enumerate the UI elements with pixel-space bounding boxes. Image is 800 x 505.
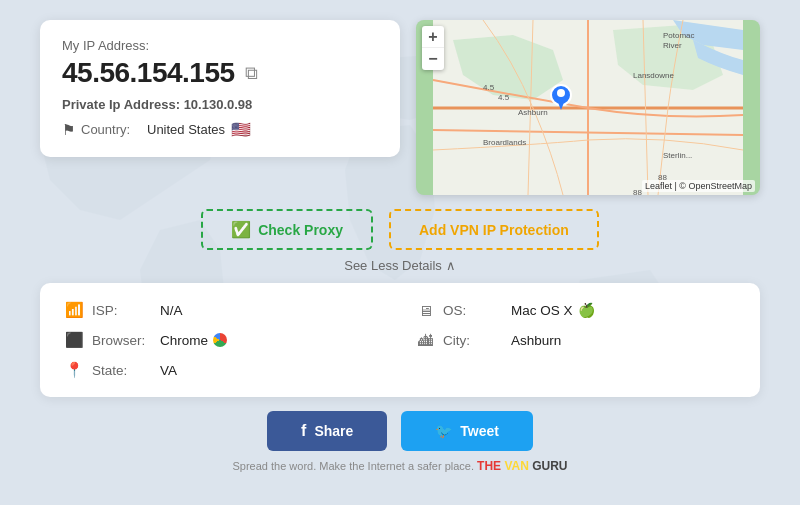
private-ip-row: Private Ip Address: 10.130.0.98 (62, 97, 378, 112)
chevron-up-icon: ∧ (446, 258, 456, 273)
us-flag-emoji: 🇺🇸 (231, 120, 251, 139)
tweet-button[interactable]: 🐦 Tweet (401, 411, 533, 451)
svg-text:Sterlin...: Sterlin... (663, 151, 692, 160)
brand-logo: THE VAN GURU (477, 459, 567, 473)
svg-text:Potomac: Potomac (663, 31, 695, 40)
location-icon: 📍 (64, 361, 84, 379)
city-value: Ashburn (511, 333, 561, 348)
share-button[interactable]: f Share (267, 411, 387, 451)
see-less-details[interactable]: See Less Details ∧ (344, 258, 456, 273)
flag-icon: ⚑ (62, 121, 75, 139)
os-item: 🖥 OS: Mac OS X 🍏 (415, 301, 736, 319)
zoom-out-button[interactable]: − (422, 48, 444, 70)
building-icon: 🏙 (415, 332, 435, 349)
private-ip-value: 10.130.0.98 (184, 97, 253, 112)
isp-label: ISP: (92, 303, 152, 318)
footer-text: Spread the word. Make the Internet a saf… (232, 460, 474, 472)
state-item: 📍 State: VA (64, 361, 385, 379)
browser-name: Chrome (160, 333, 208, 348)
browser-item: ⬛ Browser: Chrome (64, 331, 385, 349)
share-row: f Share 🐦 Tweet (40, 411, 760, 451)
footer: Spread the word. Make the Internet a saf… (232, 459, 567, 473)
check-proxy-button[interactable]: ✅ Check Proxy (201, 209, 373, 250)
wifi-icon: 📶 (64, 301, 84, 319)
country-label: Country: (81, 122, 141, 137)
country-name: United States (147, 122, 225, 137)
svg-point-20 (557, 89, 565, 97)
country-row: ⚑ Country: United States 🇺🇸 (62, 120, 378, 139)
share-label: Share (314, 423, 353, 439)
zoom-in-button[interactable]: + (422, 26, 444, 48)
map-tile: Potomac River Lansdowne Ashburn Broardla… (416, 20, 760, 195)
content-wrapper: My IP Address: 45.56.154.155 ⧉ Private I… (0, 0, 800, 483)
tweet-label: Tweet (460, 423, 499, 439)
check-proxy-label: Check Proxy (258, 222, 343, 238)
os-label: OS: (443, 303, 503, 318)
see-less-label: See Less Details (344, 258, 442, 273)
monitor-icon: 🖥 (415, 302, 435, 319)
map-controls: + − (422, 26, 444, 70)
os-value: Mac OS X 🍏 (511, 302, 595, 318)
city-item: 🏙 City: Ashburn (415, 331, 736, 349)
map-attribution: Leaflet | © OpenStreetMap (642, 180, 755, 192)
state-value: VA (160, 363, 177, 378)
add-vpn-button[interactable]: Add VPN IP Protection (389, 209, 599, 250)
svg-text:4.5: 4.5 (498, 93, 510, 102)
private-ip-label: Private Ip Address: (62, 97, 180, 112)
ip-address-row: 45.56.154.155 ⧉ (62, 57, 378, 89)
svg-text:Lansdowne: Lansdowne (633, 71, 674, 80)
browser-icon: ⬛ (64, 331, 84, 349)
svg-text:River: River (663, 41, 682, 50)
facebook-icon: f (301, 422, 306, 440)
copy-icon[interactable]: ⧉ (245, 63, 258, 84)
buttons-row: ✅ Check Proxy Add VPN IP Protection (40, 209, 760, 250)
check-circle-icon: ✅ (231, 220, 251, 239)
details-card: 📶 ISP: N/A 🖥 OS: Mac OS X 🍏 ⬛ Browser: C… (40, 283, 760, 397)
city-label: City: (443, 333, 503, 348)
chrome-icon (213, 333, 227, 347)
svg-text:Broardlands: Broardlands (483, 138, 526, 147)
state-label: State: (92, 363, 152, 378)
svg-text:4.5: 4.5 (483, 83, 495, 92)
os-value-text: Mac OS X (511, 303, 573, 318)
add-vpn-label: Add VPN IP Protection (419, 222, 569, 238)
apple-leaf-icon: 🍏 (578, 302, 595, 318)
twitter-icon: 🐦 (435, 423, 452, 439)
svg-text:Ashburn: Ashburn (518, 108, 548, 117)
details-grid: 📶 ISP: N/A 🖥 OS: Mac OS X 🍏 ⬛ Browser: C… (64, 301, 736, 379)
top-row: My IP Address: 45.56.154.155 ⧉ Private I… (40, 20, 760, 195)
isp-item: 📶 ISP: N/A (64, 301, 385, 319)
ip-card: My IP Address: 45.56.154.155 ⧉ Private I… (40, 20, 400, 157)
browser-label: Browser: (92, 333, 152, 348)
browser-value: Chrome (160, 333, 227, 348)
isp-value: N/A (160, 303, 183, 318)
ip-address: 45.56.154.155 (62, 57, 235, 89)
ip-label: My IP Address: (62, 38, 378, 53)
